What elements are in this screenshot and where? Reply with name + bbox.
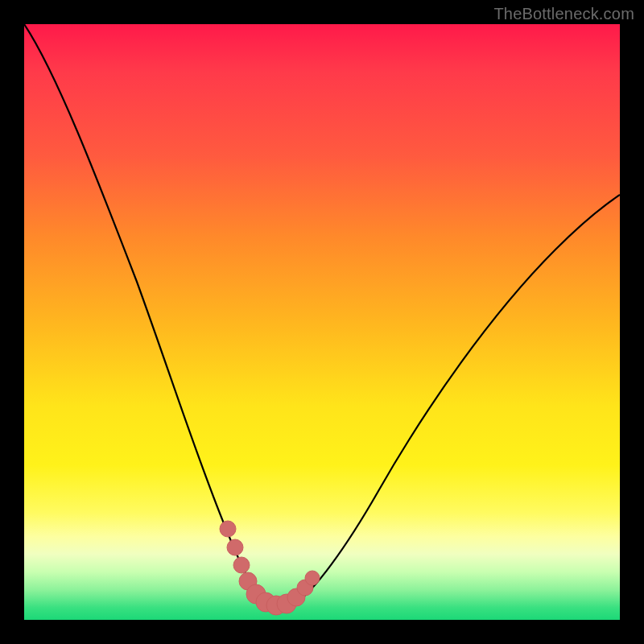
- outer-frame: TheBottleneck.com: [0, 0, 644, 644]
- sweet-spot-blob: [220, 521, 320, 615]
- plot-area: [24, 24, 620, 620]
- bottleneck-curve: [24, 24, 620, 608]
- svg-point-0: [220, 521, 236, 537]
- curve-layer: [24, 24, 620, 620]
- svg-point-2: [233, 557, 250, 573]
- watermark-text: TheBottleneck.com: [493, 5, 634, 23]
- svg-point-1: [227, 539, 243, 555]
- svg-point-10: [305, 571, 320, 585]
